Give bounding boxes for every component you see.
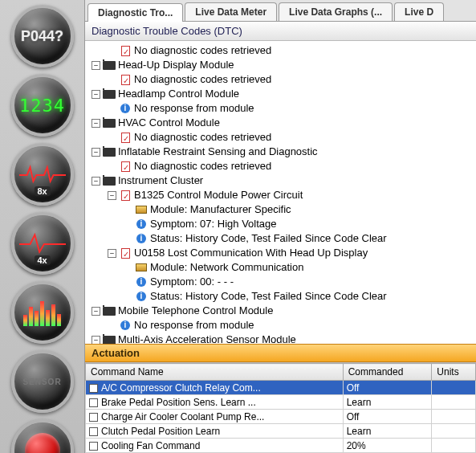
tree-node[interactable]: − Head-Up Display Module	[92, 58, 473, 72]
doc-check-icon	[119, 74, 132, 85]
tree-node-label: No diagnostic codes retrieved	[134, 159, 271, 173]
tree-node[interactable]: − Inflatable Restraint Sensing and Diagn…	[92, 145, 473, 159]
tree-node[interactable]: − Mobile Telephone Control Module	[92, 304, 473, 318]
tree-spacer	[108, 104, 116, 113]
row-checkbox[interactable]	[89, 413, 98, 422]
units-value	[432, 439, 476, 453]
sidebar-btn-start[interactable]	[11, 419, 74, 453]
column-header[interactable]: Command Name	[86, 364, 344, 381]
collapse-icon[interactable]: −	[92, 148, 100, 157]
tree-spacer	[108, 133, 116, 142]
tree-node[interactable]: i No response from module	[108, 318, 473, 333]
chip-icon	[103, 117, 116, 129]
tree-node-label: Status: History Code, Test Failed Since …	[150, 231, 387, 246]
column-header[interactable]: Units	[432, 364, 476, 381]
sidebar-btn-dtc-code[interactable]: P044?	[11, 5, 74, 67]
tree-spacer	[108, 321, 116, 330]
tree-spacer	[124, 206, 132, 214]
chip-icon	[103, 59, 116, 71]
row-checkbox[interactable]	[89, 442, 98, 451]
tab-meter[interactable]: Live Data Meter	[185, 2, 277, 21]
tree-node[interactable]: i Symptom: 07: High Voltage	[124, 217, 473, 231]
doc-check-icon	[119, 190, 132, 201]
command-name: Charge Air Cooler Coolant Pump Re...	[101, 411, 264, 422]
collapse-icon[interactable]: −	[92, 61, 100, 70]
ecg-wave-icon	[19, 233, 66, 254]
tree-node[interactable]: − B1325 Control Module Power Circuit	[108, 188, 473, 202]
tree-spacer	[108, 162, 116, 171]
tree-node-label: Multi-Axis Acceleration Sensor Module	[118, 333, 296, 344]
table-row[interactable]: Clutch Pedal Position LearnLearn	[86, 424, 476, 439]
table-row[interactable]: Brake Pedal Position Sens. Learn ...Lear…	[86, 395, 476, 410]
tree-node[interactable]: − U0158 Lost Communication With Head Up …	[108, 246, 473, 260]
collapse-icon[interactable]: −	[92, 307, 100, 316]
command-name: Brake Pedal Position Sens. Learn ...	[101, 397, 256, 408]
tree-node[interactable]: No diagnostic codes retrieved	[108, 159, 473, 173]
tree-node-label: U0158 Lost Communication With Head Up Di…	[134, 246, 368, 260]
units-value	[432, 395, 476, 410]
sidebar-btn-equalizer[interactable]	[11, 281, 74, 344]
doc-check-icon	[119, 132, 132, 143]
tree-node[interactable]: Module: Network Communication	[124, 260, 473, 275]
commanded-value: Learn	[343, 424, 432, 439]
tree-node-label: B1325 Control Module Power Circuit	[134, 188, 303, 202]
collapse-icon[interactable]: −	[108, 249, 116, 258]
panel-title: Diagnostic Trouble Codes (DTC)	[85, 22, 476, 41]
tree-node[interactable]: i Status: History Code, Test Failed Sinc…	[124, 231, 473, 246]
info-icon: i	[135, 233, 148, 244]
tab-lived[interactable]: Live D	[394, 2, 444, 21]
tree-node-label: Headlamp Control Module	[118, 87, 239, 101]
commanded-value: Learn	[343, 395, 432, 410]
actuation-grid[interactable]: Command NameCommandedUnits A/C Compresso…	[85, 362, 476, 453]
tree-node[interactable]: i Status: History Code, Test Failed Sinc…	[124, 289, 473, 304]
tree-node-label: Head-Up Display Module	[118, 58, 234, 72]
row-checkbox[interactable]	[89, 384, 98, 393]
tree-node[interactable]: − Multi-Axis Acceleration Sensor Module	[92, 333, 473, 344]
tree-node-label: No diagnostic codes retrieved	[134, 43, 271, 58]
tree-node-label: No response from module	[134, 318, 254, 333]
tree-node-label: No diagnostic codes retrieved	[134, 130, 271, 145]
info-icon: i	[135, 291, 148, 302]
tree-spacer	[108, 47, 116, 55]
tree-node[interactable]: i No response from module	[108, 101, 473, 116]
tree-spacer	[124, 235, 132, 243]
tree-node-label: Instrument Cluster	[118, 173, 203, 188]
tree-node[interactable]: − Headlamp Control Module	[92, 87, 473, 101]
command-name: A/C Compressor Clutch Relay Com...	[101, 382, 261, 394]
tab-bar: Diagnostic Tro...Live Data MeterLive Dat…	[85, 0, 476, 22]
tree-node[interactable]: No diagnostic codes retrieved	[108, 130, 473, 145]
tab-graphs[interactable]: Live Data Graphs (...	[279, 2, 393, 21]
collapse-icon[interactable]: −	[108, 191, 116, 200]
tab-dtc[interactable]: Diagnostic Tro...	[87, 3, 183, 22]
chip-icon	[103, 175, 116, 186]
sidebar-btn-sensor[interactable]: SENSOR	[11, 350, 74, 413]
row-checkbox[interactable]	[89, 398, 98, 407]
dtc-tree[interactable]: No diagnostic codes retrieved− Head-Up D…	[85, 41, 476, 344]
collapse-icon[interactable]: −	[92, 336, 100, 345]
tree-node-label: Mobile Telephone Control Module	[118, 304, 273, 318]
table-row[interactable]: A/C Compressor Clutch Relay Com...Off	[86, 381, 476, 395]
doc-check-icon	[119, 45, 132, 56]
tree-node[interactable]: i Symptom: 00: - - -	[124, 275, 473, 289]
table-row[interactable]: Charge Air Cooler Coolant Pump Re...Off	[86, 410, 476, 424]
collapse-icon[interactable]: −	[92, 90, 100, 99]
sidebar-btn-digital[interactable]: 1234	[11, 74, 74, 137]
tree-node[interactable]: No diagnostic codes retrieved	[108, 72, 473, 87]
column-header[interactable]: Commanded	[343, 364, 432, 381]
collapse-icon[interactable]: −	[92, 177, 100, 186]
sidebar-btn-wave-8x[interactable]: 8x	[11, 143, 74, 206]
tree-node-label: No response from module	[134, 101, 254, 116]
tree-node[interactable]: Module: Manufacturer Specific	[124, 202, 473, 217]
units-value	[432, 381, 476, 395]
table-row[interactable]: Cooling Fan Command20%	[86, 439, 476, 453]
row-checkbox[interactable]	[89, 427, 98, 436]
main-panel: Diagnostic Tro...Live Data MeterLive Dat…	[84, 0, 476, 453]
tree-node[interactable]: No diagnostic codes retrieved	[108, 43, 473, 58]
sidebar-btn-wave-4x[interactable]: 4x	[11, 212, 74, 275]
module-icon	[135, 204, 148, 215]
tree-node[interactable]: − HVAC Control Module	[92, 116, 473, 130]
collapse-icon[interactable]: −	[92, 119, 100, 128]
tree-node-label: No diagnostic codes retrieved	[134, 72, 271, 87]
tree-node[interactable]: − Instrument Cluster	[92, 173, 473, 188]
commanded-value: 20%	[343, 439, 432, 453]
